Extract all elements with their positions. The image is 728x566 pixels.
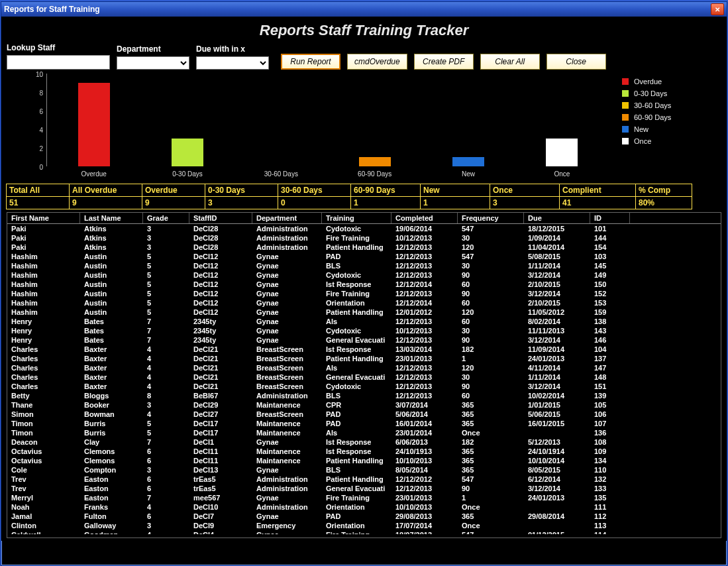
table-row[interactable]: PakiAtkins3DeCl28AdministrationCydotoxic… xyxy=(7,224,721,233)
cell: 12/12/2013 xyxy=(391,270,458,280)
cell: DeCl12 xyxy=(189,308,252,317)
cell: BreastScreen xyxy=(252,363,322,372)
table-row[interactable]: CharlesBaxter4DeCl21BreastScreenAls12/12… xyxy=(7,363,721,372)
cell: DeCl27 xyxy=(189,410,252,419)
table-row[interactable]: HashimAustin5DeCl12GynaeCydotoxic12/12/2… xyxy=(7,270,721,280)
summary-row: Total AllAll OverdueOverdue0-30 Days30-6… xyxy=(7,184,721,209)
close-button[interactable]: Close xyxy=(546,54,606,70)
column-header[interactable]: First Name xyxy=(7,213,80,223)
bar-overdue xyxy=(78,83,110,166)
cell: Henry xyxy=(7,326,80,335)
data-table: First NameLast NameGradeStaffIDDepartmen… xyxy=(7,212,721,538)
clear-all-button[interactable]: Clear All xyxy=(480,54,540,70)
summary-header: 0-30 Days xyxy=(205,184,278,197)
cell: 106 xyxy=(590,410,630,419)
close-icon[interactable]: ✕ xyxy=(711,3,724,15)
table-body[interactable]: PakiAtkins3DeCl28AdministrationCydotoxic… xyxy=(7,224,721,534)
run-report-button[interactable]: Run Report xyxy=(281,54,340,70)
lookup-input[interactable] xyxy=(7,55,110,70)
table-row[interactable]: HashimAustin5DeCl12GynaeBLS12/12/2013301… xyxy=(7,261,721,270)
cell: 11/04/2014 xyxy=(524,243,590,252)
cell: Hashim xyxy=(7,252,80,261)
cell: 23/01/2013 xyxy=(391,493,458,502)
table-row[interactable]: HashimAustin5DeCl12GynaePatient Handling… xyxy=(7,308,721,317)
x-label: 0-30 Days xyxy=(172,170,203,178)
lookup-label: Lookup Staff xyxy=(7,43,110,52)
cell: Maintanence xyxy=(252,456,322,465)
table-row[interactable]: HashimAustin5DeCl12GynaeOrientation12/12… xyxy=(7,298,721,308)
table-row[interactable]: NoahFranks4DeCl10AdministrationOrientati… xyxy=(7,502,721,512)
table-row[interactable]: HashimAustin5DeCl12GynaePAD12/12/2013547… xyxy=(7,252,721,261)
table-row[interactable]: ColeCompton3DeCl13GynaeBLS8/05/20143658/… xyxy=(7,465,721,475)
table-row[interactable]: CharlesBaxter4DeCl21BreastScreenPatient … xyxy=(7,354,721,363)
titlebar[interactable]: Reports for Staff Training ✕ xyxy=(1,2,727,17)
column-header[interactable]: Grade xyxy=(143,213,189,223)
table-row[interactable]: HenryBates72345tyGynaeGeneral Evacuati12… xyxy=(7,335,721,345)
cell: 11/11/2013 xyxy=(524,326,590,335)
cell: 10/10/2013 xyxy=(391,502,458,512)
department-select[interactable] xyxy=(117,56,189,70)
table-row[interactable]: CharlesBaxter4DeCl21BreastScreenCydotoxi… xyxy=(7,382,721,391)
table-row[interactable]: PakiAtkins3DeCl28AdministrationPatient H… xyxy=(7,243,721,252)
table-row[interactable]: HenryBates72345tyGynaeAls12/12/2013608/0… xyxy=(7,317,721,326)
window-title: Reports for Staff Training xyxy=(4,5,100,14)
cell: Once xyxy=(458,521,524,530)
table-row[interactable]: JamalFulton6DeCl7GynaePAD29/08/201336529… xyxy=(7,512,721,521)
table-row[interactable]: BettyBloggs8BeBl67AdministrationBLS12/12… xyxy=(7,391,721,400)
cell: Caldwell xyxy=(7,530,80,534)
table-row[interactable]: ClintonGalloway3DeCl9EmergencyOrientatio… xyxy=(7,521,721,530)
cell: 2/10/2015 xyxy=(524,298,590,308)
table-row[interactable]: OctaviusClemons6DeCl11MaintanenceIst Res… xyxy=(7,447,721,456)
cell: 8/02/2014 xyxy=(524,317,590,326)
cell: Trev xyxy=(7,484,80,493)
table-row[interactable]: CharlesBaxter4DeCl21BreastScreenIst Resp… xyxy=(7,345,721,354)
table-row[interactable]: HashimAustin5DeCl12GynaeIst Response12/1… xyxy=(7,280,721,289)
table-row[interactable]: TimonBurris5DeCl17MaintanenceAls23/01/20… xyxy=(7,428,721,437)
bar-once xyxy=(546,139,578,166)
column-header[interactable]: Training xyxy=(322,213,391,223)
due-label: Due with in x xyxy=(196,44,269,54)
column-header[interactable]: Frequency xyxy=(458,213,524,223)
cell: 4 xyxy=(143,363,189,372)
legend-item: 60-90 Days xyxy=(622,113,721,121)
table-row[interactable]: PakiAtkins3DeCl28AdministrationFire Trai… xyxy=(7,233,721,243)
cell: 3/07/2014 xyxy=(391,400,458,410)
column-header[interactable]: ID xyxy=(590,213,630,223)
cell: Orientation xyxy=(322,502,391,512)
cell: Austin xyxy=(80,308,143,317)
table-row[interactable]: CharlesBaxter4DeCl21BreastScreenGeneral … xyxy=(7,372,721,382)
table-row[interactable]: HashimAustin5DeCl12GynaeFire Training12/… xyxy=(7,289,721,298)
column-header[interactable]: Completed xyxy=(391,213,458,223)
cell: 3/12/2014 xyxy=(524,289,590,298)
cell: Trev xyxy=(7,475,80,484)
table-row[interactable]: MerrylEaston7mee567GynaeFire Training23/… xyxy=(7,493,721,502)
due-select[interactable] xyxy=(196,56,269,70)
column-header[interactable]: Due xyxy=(524,213,590,223)
cell: Gynae xyxy=(252,252,322,261)
column-header[interactable]: Department xyxy=(252,213,322,223)
cell: DeCl21 xyxy=(189,363,252,372)
summary-header: % Comp xyxy=(635,184,692,197)
cell: 154 xyxy=(590,243,630,252)
table-row[interactable]: TimonBurris5DeCl17MaintanencePAD16/01/20… xyxy=(7,419,721,428)
x-label: 30-60 Days xyxy=(264,170,298,178)
table-row[interactable]: ThaneBooker3DeCl29MaintanenceCPR3/07/201… xyxy=(7,400,721,410)
table-row[interactable]: OctaviusClemons6DeCl11MaintanencePatient… xyxy=(7,456,721,465)
table-row[interactable]: DeaconClay7DeCl1GynaeIst Response6/06/20… xyxy=(7,437,721,447)
cmdoverdue-button[interactable]: cmdOverdue xyxy=(347,54,407,70)
cell: Hashim xyxy=(7,298,80,308)
column-header[interactable]: Last Name xyxy=(80,213,143,223)
table-row[interactable]: TrevEaston6trEas5AdministrationGeneral E… xyxy=(7,484,721,493)
cell: Patient Handling xyxy=(322,475,391,484)
cell: 4 xyxy=(143,502,189,512)
column-header[interactable]: StaffID xyxy=(189,213,252,223)
cell: Compton xyxy=(80,465,143,475)
cell: DeCl21 xyxy=(189,382,252,391)
cell: Administration xyxy=(252,233,322,243)
cell: 16/01/2014 xyxy=(391,419,458,428)
table-row[interactable]: CaldwellGoodman4DeCl4GynaeFire Training1… xyxy=(7,530,721,534)
create-pdf-button[interactable]: Create PDF xyxy=(414,54,474,70)
table-row[interactable]: HenryBates72345tyGynaeCydotoxic10/12/201… xyxy=(7,326,721,335)
table-row[interactable]: SimonBowman4DeCl27BreastScreenPAD5/06/20… xyxy=(7,410,721,419)
table-row[interactable]: TrevEaston6trEas5AdministrationPatient H… xyxy=(7,475,721,484)
